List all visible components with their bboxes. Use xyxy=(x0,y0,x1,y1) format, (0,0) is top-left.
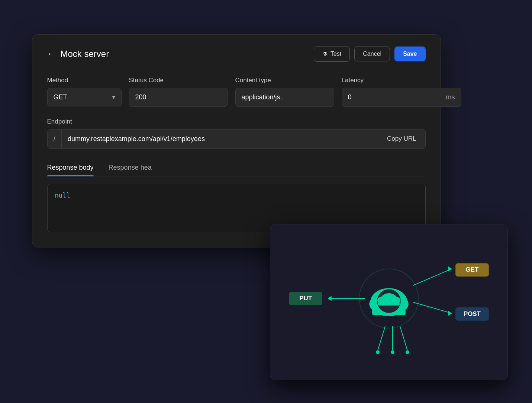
response-value: null xyxy=(55,192,70,199)
save-button[interactable]: Save xyxy=(394,47,425,61)
flask-icon: ⚗ xyxy=(322,51,328,58)
status-code-label: Status Code xyxy=(129,77,228,84)
test-button-label: Test xyxy=(331,51,341,57)
latency-input-row: ms xyxy=(342,88,461,107)
modal-header: ← Mock server ⚗ Test Cancel Save xyxy=(47,47,426,62)
endpoint-label: Endpoint xyxy=(47,118,426,125)
back-title-group: ← Mock server xyxy=(47,49,109,59)
svg-point-10 xyxy=(405,350,409,354)
content-type-field-group: Content type xyxy=(235,77,334,107)
page-title: Mock server xyxy=(61,49,109,59)
method-select[interactable]: GET POST PUT DELETE PATCH xyxy=(47,88,122,106)
content-type-input[interactable] xyxy=(235,88,334,107)
method-select-wrapper: GET POST PUT DELETE PATCH ▼ xyxy=(47,88,122,106)
svg-point-8 xyxy=(376,350,380,354)
mock-server-modal: ← Mock server ⚗ Test Cancel Save Metho xyxy=(32,34,441,247)
endpoint-row: / Copy URL xyxy=(47,129,426,149)
method-field-group: Method GET POST PUT DELETE PATCH ▼ xyxy=(47,77,122,106)
cloud-diagram: GET POST PUT xyxy=(270,224,507,380)
latency-label: Latency xyxy=(342,77,461,84)
test-button[interactable]: ⚗ Test xyxy=(314,47,350,62)
endpoint-section: Endpoint / Copy URL xyxy=(47,118,426,149)
svg-point-9 xyxy=(390,350,394,354)
method-label: Method xyxy=(47,77,122,84)
copy-url-button[interactable]: Copy URL xyxy=(378,129,425,148)
tab-response-headers-label: Response hea xyxy=(109,164,152,171)
svg-text:GET: GET xyxy=(465,266,478,273)
svg-rect-22 xyxy=(378,301,400,306)
svg-text:POST: POST xyxy=(463,310,481,317)
status-code-field-group: Status Code xyxy=(129,77,228,107)
cloud-diagram-card: GET POST PUT xyxy=(270,224,508,380)
svg-text:PUT: PUT xyxy=(299,295,312,302)
content-type-label: Content type xyxy=(235,77,334,84)
header-buttons: ⚗ Test Cancel Save xyxy=(314,47,426,62)
page-wrapper: ← Mock server ⚗ Test Cancel Save Metho xyxy=(25,23,508,380)
save-button-label: Save xyxy=(403,51,417,57)
tab-response-body[interactable]: Response body xyxy=(47,159,94,176)
copy-url-label: Copy URL xyxy=(387,135,416,142)
fields-row: Method GET POST PUT DELETE PATCH ▼ Statu… xyxy=(47,77,426,107)
back-arrow-icon[interactable]: ← xyxy=(47,49,55,59)
latency-number-input[interactable] xyxy=(342,88,440,107)
endpoint-input[interactable] xyxy=(62,129,378,148)
cancel-button[interactable]: Cancel xyxy=(354,47,390,61)
latency-field-group: Latency ms xyxy=(342,77,461,107)
status-code-input[interactable] xyxy=(129,88,228,107)
tabs-row: Response body Response hea xyxy=(47,159,426,176)
tab-response-body-label: Response body xyxy=(47,164,94,171)
cancel-button-label: Cancel xyxy=(363,51,381,57)
latency-unit-label: ms xyxy=(440,88,461,107)
endpoint-slash: / xyxy=(48,129,62,148)
tab-response-headers[interactable]: Response hea xyxy=(109,159,152,176)
